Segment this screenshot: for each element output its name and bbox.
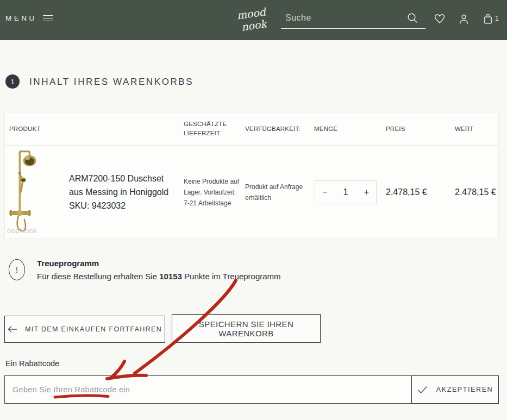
cart-row: oodNook ARM7200-150 Duschset aus Messing…	[5, 146, 498, 239]
cart-icon[interactable]	[481, 12, 495, 26]
image-watermark: oodNook	[7, 227, 37, 235]
col-lieferzeit: GESCHÄTZTE LIEFERZEIT	[179, 120, 241, 138]
accept-discount-button[interactable]: AKZEPTIEREN	[411, 375, 499, 404]
site-header: MENU mood nook 1	[0, 0, 507, 40]
product-image[interactable]: oodNook	[8, 149, 58, 236]
availability-text: Produkt auf Anfrage erhältlich	[241, 181, 309, 203]
line-value: 2.478,15 €	[449, 187, 498, 197]
continue-shopping-label: MIT DEM EINKAUFEN FORTFAHREN	[25, 325, 162, 333]
col-preis: PREIS	[381, 124, 449, 134]
accept-discount-label: AKZEPTIEREN	[436, 386, 493, 393]
loyalty-points: 10153	[159, 272, 182, 281]
discount-code-label: Ein Rabattcode	[5, 359, 59, 368]
col-menge: MENGE	[310, 124, 381, 134]
checkmark-icon	[417, 386, 428, 394]
loyalty-text: Für diese Bestellung erhalten Sie 10153 …	[37, 272, 281, 281]
product-name[interactable]: ARM7200-150 Duschset aus Messing in Honi…	[69, 172, 177, 199]
search-icon[interactable]	[406, 11, 419, 24]
menu-label: MENU	[5, 14, 37, 22]
col-wert: WERT	[449, 124, 498, 134]
search-input[interactable]	[281, 10, 400, 23]
quantity-decrease-button[interactable]: −	[322, 187, 327, 197]
info-icon: !	[9, 259, 25, 280]
col-produkt: PRODUKT	[5, 124, 179, 134]
cart-table: PRODUKT GESCHÄTZTE LIEFERZEIT VERFÜGBARK…	[4, 112, 499, 239]
step-number-badge: 1	[5, 74, 20, 89]
quantity-stepper: − 1 +	[315, 180, 377, 204]
delivery-time: Keine Produkte auf Lager. Vorlaufzeit: 7…	[179, 176, 240, 209]
loyalty-title: Treueprogramm	[37, 259, 281, 268]
save-cart-label: SPEICHERN SIE IHREN WARENKORB	[172, 319, 320, 338]
product-sku: SKU: 9423032	[69, 199, 177, 212]
unit-price: 2.478,15 €	[381, 187, 449, 197]
cart-count-badge: 1	[495, 15, 499, 22]
account-icon[interactable]	[458, 13, 471, 26]
save-cart-button[interactable]: SPEICHERN SIE IHREN WARENKORB	[172, 314, 321, 343]
menu-button[interactable]: MENU	[5, 14, 53, 22]
col-verfuegbarkeit: VERFÜGBARKEIT:	[241, 124, 310, 134]
logo[interactable]: mood nook	[230, 5, 273, 35]
continue-shopping-button[interactable]: MIT DEM EINKAUFEN FORTFAHREN	[4, 316, 165, 343]
arrow-left-icon	[8, 325, 17, 333]
discount-code-input[interactable]	[4, 375, 412, 404]
page-title: INHALT IHRES WARENKORBS	[29, 77, 193, 87]
quantity-increase-button[interactable]: +	[364, 187, 369, 197]
loyalty-program-note: ! Treueprogramm Für diese Bestellung erh…	[9, 259, 281, 281]
wishlist-icon[interactable]	[433, 12, 446, 26]
hamburger-icon	[43, 15, 53, 22]
search-field	[281, 10, 425, 29]
cart-table-header: PRODUKT GESCHÄTZTE LIEFERZEIT VERFÜGBARK…	[5, 112, 498, 146]
quantity-value[interactable]: 1	[343, 187, 348, 197]
